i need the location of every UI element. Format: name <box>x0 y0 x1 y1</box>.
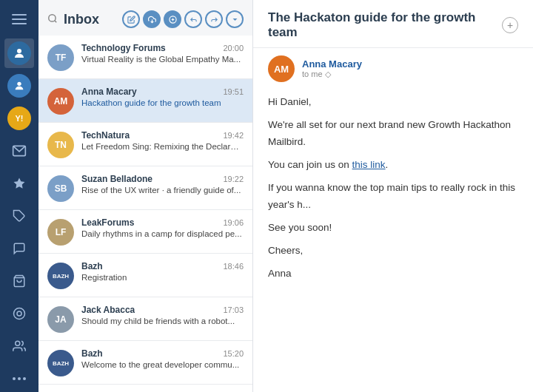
email-subject: Should my child be friends with a robot.… <box>81 317 244 325</box>
email-subject: Hackathon guide for the growth team <box>81 98 244 107</box>
email-list-item[interactable]: JA Jack Abacca 17:03 Should my child be … <box>38 297 252 341</box>
inbox-title: Inbox <box>64 12 116 27</box>
email-list-item[interactable]: TN TechNatura 19:42 Let Freedom Sing: Re… <box>38 123 252 166</box>
svg-point-12 <box>49 14 56 21</box>
svg-point-11 <box>23 377 26 380</box>
email-list-item[interactable]: BAZH Bazh 15:20 Welcome to the great dev… <box>38 341 252 385</box>
yahoo-icon: Y! <box>7 107 31 130</box>
sidebar-item-inbox[interactable] <box>4 136 34 166</box>
reading-pane: The Hackaton guide for the growth team +… <box>253 0 533 392</box>
email-content: Technology Forums 20:00 Virtual Reality … <box>81 43 244 64</box>
email-header-row: Bazh 15:20 <box>81 348 244 359</box>
sidebar-item-account[interactable] <box>4 71 34 101</box>
email-content: TechNatura 19:42 Let Freedom Sing: Remix… <box>81 130 244 151</box>
compose-button[interactable] <box>122 10 140 28</box>
email-list-item[interactable]: TF Technology Forums 20:00 Virtual Reali… <box>38 36 252 79</box>
email-header-row: LeakForums 19:06 <box>81 217 244 228</box>
sender-name: Anna Macary <box>302 58 362 70</box>
email-subject: Let Freedom Sing: Remixing the Declarati… <box>81 142 244 151</box>
email-list-item[interactable]: TF Technology Forums 15:12 Learning in V… <box>38 385 252 392</box>
sidebar-item-chat[interactable] <box>4 234 34 263</box>
sidebar: Y! <box>0 0 38 392</box>
svg-point-7 <box>17 311 21 316</box>
sender-info: Anna Macary to me ◇ <box>302 58 362 79</box>
email-avatar: TF <box>47 44 74 71</box>
sidebar-item-contacts[interactable] <box>4 331 34 361</box>
email-sender: Technology Forums <box>81 43 166 53</box>
email-subject: Welcome to the great developer commu... <box>81 360 244 369</box>
more-dropdown-button[interactable] <box>226 10 244 28</box>
body-line-6: Anna <box>268 266 518 283</box>
email-avatar: JA <box>47 306 74 333</box>
body-line-2: You can join us on this link. <box>268 157 518 174</box>
sidebar-item-more[interactable] <box>4 364 34 392</box>
hamburger-menu[interactable] <box>4 6 34 33</box>
body-line-5: Cheers, <box>268 243 518 260</box>
email-sender: Suzan Belladone <box>81 174 152 184</box>
email-avatar: BAZH <box>47 263 74 289</box>
sender-avatar: AM <box>268 55 295 82</box>
join-link[interactable]: this link <box>352 159 386 170</box>
sidebar-item-people[interactable] <box>4 38 34 68</box>
email-content: Bazh 15:20 Welcome to the great develope… <box>81 348 244 369</box>
email-list-panel: Inbox <box>38 0 253 392</box>
people-avatar-icon <box>7 41 31 65</box>
reply-all-button[interactable] <box>184 10 202 28</box>
email-header-row: Anna Macary 19:51 <box>81 87 244 97</box>
email-avatar: AM <box>47 88 74 115</box>
email-list-item[interactable]: BAZH Bazh 18:46 Registration <box>38 254 252 297</box>
body-line-4: See you soon! <box>268 220 518 237</box>
email-subject: Rise of the UX writer · a friendly guide… <box>81 186 244 195</box>
sidebar-item-starred[interactable] <box>4 169 34 198</box>
sidebar-item-labels[interactable] <box>4 299 34 328</box>
email-content: Bazh 18:46 Registration <box>81 261 244 282</box>
email-content: Jack Abacca 17:03 Should my child be fri… <box>81 305 244 325</box>
email-time: 19:42 <box>223 131 244 140</box>
svg-line-13 <box>55 20 57 22</box>
svg-point-9 <box>13 377 16 380</box>
email-time: 19:22 <box>223 175 244 183</box>
sidebar-item-shopping[interactable] <box>4 266 34 296</box>
email-list-item[interactable]: SB Suzan Belladone 19:22 Rise of the UX … <box>38 166 252 210</box>
email-content: Suzan Belladone 19:22 Rise of the UX wri… <box>81 174 244 195</box>
email-list-item[interactable]: LF LeakForums 19:06 Daily rhythms in a c… <box>38 210 252 254</box>
email-avatar: LF <box>47 219 74 246</box>
email-content: Anna Macary 19:51 Hackathon guide for th… <box>81 87 244 107</box>
sender-row: AM Anna Macary to me ◇ <box>253 48 533 89</box>
email-sender: Bazh <box>81 261 103 271</box>
email-sender: Anna Macary <box>81 87 137 97</box>
filter-button[interactable] <box>164 10 181 28</box>
svg-point-6 <box>14 308 25 320</box>
email-avatar: TN <box>47 132 74 158</box>
email-time: 19:51 <box>223 87 244 96</box>
body-line-3: If you wanna know the top main tips to r… <box>268 180 518 214</box>
main-area: Inbox <box>38 0 533 392</box>
email-avatar: SB <box>47 175 74 202</box>
forward-button[interactable] <box>205 10 223 28</box>
reading-header: The Hackaton guide for the growth team + <box>253 0 533 48</box>
email-subject: Registration <box>81 273 244 282</box>
account-avatar-icon <box>7 74 31 98</box>
sender-to: to me ◇ <box>302 70 362 79</box>
email-avatar: BAZH <box>47 350 74 376</box>
sidebar-item-tag[interactable] <box>4 201 34 231</box>
email-subject: Virtual Reality is the Global Empathy Ma… <box>81 55 244 64</box>
toolbar-icons <box>122 10 244 28</box>
email-subject-title: The Hackaton guide for the growth team <box>268 10 495 40</box>
search-icon[interactable] <box>47 13 58 26</box>
download-button[interactable] <box>143 10 161 28</box>
email-time: 15:20 <box>223 349 244 358</box>
svg-point-8 <box>16 341 20 345</box>
sidebar-item-yahoo[interactable]: Y! <box>4 104 34 133</box>
email-sender: Jack Abacca <box>81 305 135 315</box>
email-list-item[interactable]: AM Anna Macary 19:51 Hackathon guide for… <box>38 79 252 123</box>
email-body: Hi Daniel, We're all set for our next br… <box>253 89 533 392</box>
greeting: Hi Daniel, <box>268 94 518 111</box>
email-header-row: Suzan Belladone 19:22 <box>81 174 244 184</box>
email-time: 17:03 <box>223 305 244 314</box>
email-content: LeakForums 19:06 Daily rhythms in a camp… <box>81 217 244 238</box>
add-to-list-button[interactable]: + <box>502 17 518 33</box>
svg-point-10 <box>18 377 21 380</box>
svg-marker-18 <box>232 18 237 21</box>
email-sender: TechNatura <box>81 130 130 141</box>
